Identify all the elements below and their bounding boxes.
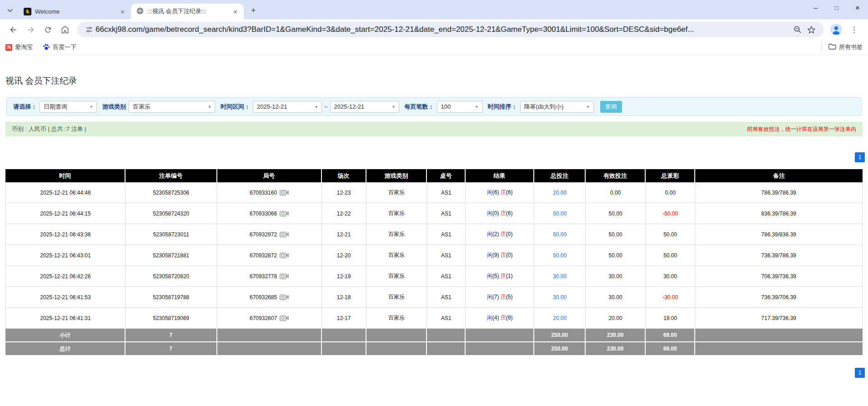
per-page-select[interactable]: 100 ▾ (437, 101, 482, 113)
game-video-icon[interactable] (280, 210, 289, 217)
total-bet-link[interactable]: 30.00 (553, 294, 567, 301)
url-bar[interactable]: 66cxkj98.com/game/betrecord_search/kind3… (77, 22, 824, 37)
payout-cell: 0.00 (646, 182, 695, 203)
valid-bet-cell: 50.00 (586, 224, 646, 245)
globe-icon (136, 7, 144, 16)
time-cell: 2025-12-21 06:41:53 (5, 287, 125, 308)
time-cell: 2025-12-21 06:44:15 (5, 203, 125, 224)
note-cell: 836.39/786.39 (695, 203, 863, 224)
payout-cell: 30.00 (646, 266, 695, 287)
search-button[interactable]: 查询 (600, 101, 622, 113)
page-number-button[interactable]: 1 (855, 152, 865, 162)
table-row: 2025-12-21 06:44:15523058724320670933066… (5, 203, 863, 224)
round-cell: 670933066 (217, 203, 322, 224)
bookmark-label: 爱淘宝 (15, 43, 33, 51)
column-header: 游戏类别 (366, 169, 427, 182)
round-cell: 670932972 (217, 224, 322, 245)
total-bet-link[interactable]: 50.00 (553, 231, 567, 238)
new-tab-button[interactable]: + (247, 6, 260, 15)
all-bookmarks-button[interactable]: 所有书签 (828, 43, 863, 51)
baidu-paw-icon (43, 43, 50, 52)
tab-search-button[interactable] (4, 4, 16, 16)
total-bet-link[interactable]: 50.00 (553, 211, 567, 217)
browser-toolbar: 66cxkj98.com/game/betrecord_search/kind3… (0, 19, 868, 40)
close-window-button[interactable]: ✕ (847, 0, 868, 15)
total-bet-link[interactable]: 30.00 (553, 273, 567, 280)
subtotal-row-cell-3 (322, 329, 366, 342)
sort-select[interactable]: 降幂(由大到小) ▾ (520, 101, 594, 113)
total-bet-link[interactable]: 20.00 (553, 190, 567, 196)
total-bet-link[interactable]: 50.00 (553, 252, 567, 259)
column-header: 总投注 (534, 169, 586, 182)
game-type-value: 百家乐 (133, 103, 151, 111)
tab-close-icon[interactable]: × (119, 8, 126, 15)
game-type-select[interactable]: 百家乐 ▾ (129, 101, 215, 113)
home-button[interactable] (57, 22, 73, 37)
bet-id-cell: 523058719069 (125, 308, 217, 329)
site-settings-icon[interactable] (85, 26, 93, 33)
game-video-icon[interactable] (280, 189, 289, 196)
total-row-cell-6 (466, 342, 534, 356)
welcome-favicon-icon: ♞ (24, 8, 31, 15)
subtotal-row-cell-8: 230.00 (586, 329, 646, 342)
forward-button[interactable] (23, 22, 38, 37)
subtotal-row-cell-0: 小计 (5, 329, 125, 342)
session-cell: 12-22 (322, 203, 366, 224)
game-video-icon[interactable] (280, 273, 289, 280)
reload-button[interactable] (40, 22, 55, 37)
browser-menu-icon[interactable]: ⋮ (848, 25, 861, 35)
valid-bet-cell: 50.00 (586, 245, 646, 266)
bookmark-aitaobao[interactable]: 淘 爱淘宝 (5, 43, 33, 51)
column-header: 备注 (695, 169, 863, 182)
column-header: 注单编号 (125, 169, 217, 182)
total-row: 总计7250.00230.0069.00 (5, 342, 863, 356)
date-range-tilde: ~ (324, 103, 328, 110)
round-number: 670932972 (250, 231, 277, 238)
page-number-button[interactable]: 1 (855, 368, 865, 378)
game-video-icon[interactable] (280, 252, 289, 259)
per-page-value: 100 (441, 103, 451, 110)
table-header-row: 时间注单编号局号场次游戏类别桌号结果总投注有效投注总派彩备注 (5, 169, 863, 182)
table-row: 2025-12-21 06:41:31523058719069670932607… (5, 308, 863, 329)
page-content: 视讯 会员下注纪录 请选择： 日期查询 ▾ 游戏类别 百家乐 ▾ 时间区间： 2… (0, 75, 868, 378)
subtotal-row-cell-4 (366, 329, 427, 342)
maximize-button[interactable]: □ (826, 0, 847, 15)
date-start-select[interactable]: 2025-12-21 ▾ (253, 101, 322, 113)
round-cell: 670932685 (217, 287, 322, 308)
game-type-cell: 百家乐 (366, 266, 427, 287)
tab-welcome[interactable]: ♞ Welcome × (18, 4, 131, 19)
zoom-out-icon[interactable] (793, 25, 802, 34)
query-type-select[interactable]: 日期查询 ▾ (40, 101, 97, 113)
valid-bet-cell: 0.00 (586, 182, 646, 203)
profile-avatar[interactable] (830, 24, 842, 35)
minimize-button[interactable]: ─ (805, 0, 826, 15)
bookmark-baidu[interactable]: 百度一下 (43, 43, 76, 52)
all-bookmarks-label: 所有书签 (839, 43, 863, 51)
tab-title: Welcome (35, 8, 119, 15)
back-button[interactable] (5, 22, 21, 37)
time-cell: 2025-12-21 06:44:46 (5, 182, 125, 203)
game-video-icon[interactable] (280, 231, 289, 238)
total-bet-link[interactable]: 20.00 (553, 315, 567, 321)
url-text[interactable]: 66cxkj98.com/game/betrecord_search/kind3… (95, 25, 791, 34)
valid-bet-notice-text: 同局有效投注，统一计算在该局第一张注单内 (747, 125, 856, 133)
table-row: 2025-12-21 06:43:01523058721881670932872… (5, 245, 863, 266)
subtotal-row-cell-10 (695, 329, 863, 342)
valid-bet-cell: 20.00 (586, 308, 646, 329)
table-row: 2025-12-21 06:42:26523058720820670932778… (5, 266, 863, 287)
total-row-cell-1: 7 (125, 342, 217, 356)
tab-bet-records[interactable]: :::视讯 会员下注纪录::: × (131, 4, 244, 19)
bookmark-star-icon[interactable] (807, 25, 816, 34)
valid-bet-cell: 50.00 (586, 203, 646, 224)
game-video-icon[interactable] (280, 294, 289, 301)
round-number: 670933066 (250, 211, 277, 217)
date-start-value: 2025-12-21 (257, 103, 287, 110)
subtotal-row-cell-5 (427, 329, 466, 342)
total-row-cell-9: 69.00 (646, 342, 695, 356)
game-video-icon[interactable] (280, 315, 289, 321)
tab-close-icon[interactable]: × (231, 8, 239, 15)
date-end-select[interactable]: 2025-12-21 ▾ (330, 101, 399, 113)
sort-value: 降幂(由大到小) (524, 103, 564, 111)
tab-title: :::视讯 会员下注纪录::: (147, 7, 231, 15)
select-type-label: 请选择： (13, 103, 37, 111)
